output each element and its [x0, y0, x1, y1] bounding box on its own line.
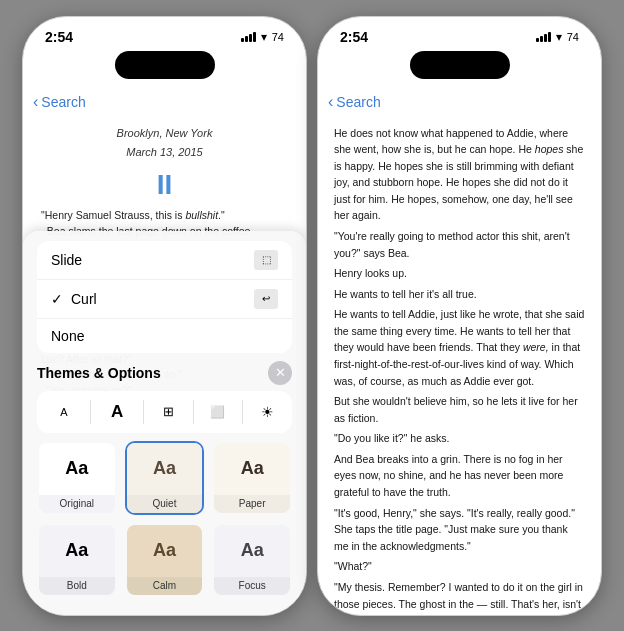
reading-para-8: And Bea breaks into a grin. There is no …	[334, 451, 585, 501]
reading-para-1: He does not know what happened to Addie,…	[334, 125, 585, 224]
nav-bar-2: ‹ Search	[318, 85, 601, 119]
reading-para-10: "What?"	[334, 558, 585, 575]
status-bar-1: 2:54 ▾ 74	[23, 17, 306, 51]
wifi-icon: ▾	[261, 30, 267, 44]
chapter-number: II	[41, 163, 288, 206]
layout-icon: ⬜	[210, 405, 225, 419]
themes-header: Themes & Options ✕	[37, 361, 292, 385]
reading-para-9: "It's good, Henry," she says. "It's real…	[334, 505, 585, 555]
slide-icon: ⬚	[262, 254, 271, 265]
reading-content: He does not know what happened to Addie,…	[318, 119, 601, 616]
scroll-options-list: Slide ⬚ ✓ Curl ↩ None	[37, 241, 292, 353]
theme-calm-preview: Aa	[127, 525, 203, 577]
scroll-option-none[interactable]: None	[37, 319, 292, 353]
theme-bold-label: Bold	[39, 577, 115, 595]
status-indicators-2: ▾ 74	[536, 30, 579, 44]
theme-quiet-preview: Aa	[127, 443, 203, 495]
scroll-slide-label: Slide	[51, 252, 82, 268]
status-bar-2: 2:54 ▾ 74	[318, 17, 601, 51]
theme-calm-label: Calm	[127, 577, 203, 595]
theme-quiet-label: Quiet	[127, 495, 203, 513]
status-indicators-1: ▾ 74	[241, 30, 284, 44]
check-icon: ✓	[51, 291, 63, 307]
battery-1: 74	[272, 31, 284, 43]
themes-title: Themes & Options	[37, 365, 161, 381]
divider-3	[193, 400, 194, 424]
book-location: Brooklyn, New York	[41, 125, 288, 142]
font-large-label: A	[111, 402, 123, 422]
scroll-none-label: None	[51, 328, 84, 344]
theme-bold-preview: Aa	[39, 525, 115, 577]
status-time-1: 2:54	[45, 29, 73, 45]
divider-1	[90, 400, 91, 424]
scroll-curl-label: Curl	[71, 291, 97, 307]
curl-icon-box: ↩	[254, 289, 278, 309]
font-size-decrease[interactable]: A	[47, 397, 81, 427]
scroll-option-curl[interactable]: ✓ Curl ↩	[37, 280, 292, 319]
signal-icon	[241, 32, 256, 42]
nav-bar-1: ‹ Search	[23, 85, 306, 119]
theme-grid: Aa Original Aa Quiet Aa Paper	[37, 441, 292, 597]
font-size-row: A A ⊞ ⬜ ☀	[37, 391, 292, 433]
reading-para-3: Henry looks up.	[334, 265, 585, 282]
dynamic-island-2	[410, 51, 510, 79]
theme-original[interactable]: Aa Original	[37, 441, 117, 515]
reading-para-5: He wants to tell Addie, just like he wro…	[334, 306, 585, 389]
signal-icon-2	[536, 32, 551, 42]
theme-paper[interactable]: Aa Paper	[212, 441, 292, 515]
overlay-panel: Slide ⬚ ✓ Curl ↩ None	[23, 231, 306, 615]
status-time-2: 2:54	[340, 29, 368, 45]
brightness-button[interactable]: ☀	[252, 397, 282, 427]
text-format-icon: ⊞	[163, 404, 174, 419]
theme-paper-label: Paper	[214, 495, 290, 513]
scroll-option-slide[interactable]: Slide ⬚	[37, 241, 292, 280]
reading-para-7: "Do you like it?" he asks.	[334, 430, 585, 447]
theme-bold[interactable]: Aa Bold	[37, 523, 117, 597]
book-date: March 13, 2015	[41, 144, 288, 161]
back-button-2[interactable]: ‹ Search	[328, 93, 381, 111]
back-button-1[interactable]: ‹ Search	[33, 93, 86, 111]
back-chevron-icon-2: ‹	[328, 93, 333, 111]
theme-original-label: Original	[39, 495, 115, 513]
theme-quiet[interactable]: Aa Quiet	[125, 441, 205, 515]
font-style-button[interactable]: ⊞	[154, 397, 184, 427]
phone-2: 2:54 ▾ 74 ‹ Search He does not k	[317, 16, 602, 616]
theme-focus-label: Focus	[214, 577, 290, 595]
curl-icon: ↩	[262, 293, 270, 304]
close-button[interactable]: ✕	[268, 361, 292, 385]
dynamic-island-1	[115, 51, 215, 79]
divider-2	[143, 400, 144, 424]
phones-container: 2:54 ▾ 74 ‹ Search Brooklyn, New	[22, 16, 602, 616]
font-size-increase[interactable]: A	[100, 397, 134, 427]
theme-calm[interactable]: Aa Calm	[125, 523, 205, 597]
reading-para-11: "My thesis. Remember? I wanted to do it …	[334, 579, 585, 616]
font-small-label: A	[60, 406, 67, 418]
back-label-2: Search	[336, 94, 380, 110]
brightness-icon: ☀	[261, 404, 274, 420]
slide-icon-box: ⬚	[254, 250, 278, 270]
battery-2: 74	[567, 31, 579, 43]
reading-para-2: "You're really going to method actor thi…	[334, 228, 585, 261]
layout-button[interactable]: ⬜	[203, 397, 233, 427]
theme-original-preview: Aa	[39, 443, 115, 495]
reading-para-4: He wants to tell her it's all true.	[334, 286, 585, 303]
back-chevron-icon: ‹	[33, 93, 38, 111]
theme-focus[interactable]: Aa Focus	[212, 523, 292, 597]
wifi-icon-2: ▾	[556, 30, 562, 44]
theme-focus-preview: Aa	[214, 525, 290, 577]
reading-para-6: But she wouldn't believe him, so he lets…	[334, 393, 585, 426]
phone-1: 2:54 ▾ 74 ‹ Search Brooklyn, New	[22, 16, 307, 616]
back-label-1: Search	[41, 94, 85, 110]
divider-4	[242, 400, 243, 424]
theme-paper-preview: Aa	[214, 443, 290, 495]
